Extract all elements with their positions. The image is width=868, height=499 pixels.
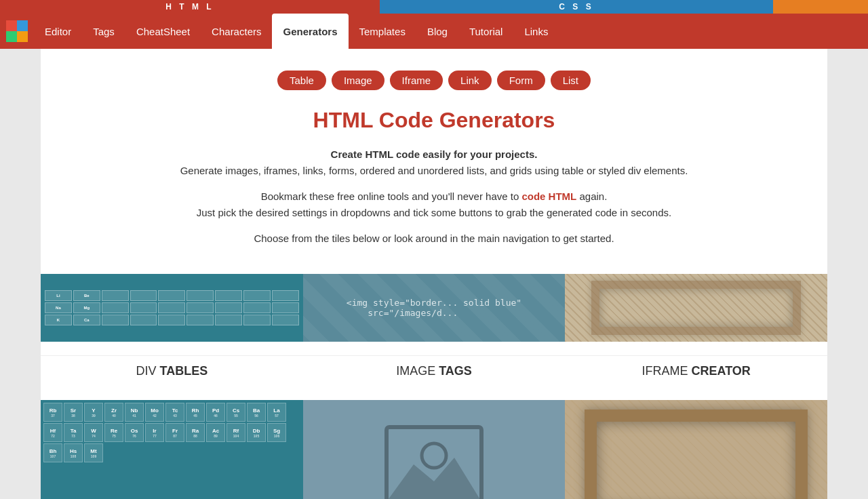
div-tables-label: DIV TABLES — [41, 355, 303, 386]
p-cell: Ca — [73, 315, 100, 325]
p-cell-sm: Rh45 — [186, 403, 205, 422]
tile-code-image: <img style="border... solid blue" src="/… — [303, 274, 566, 342]
hero-desc2: Bookmark these free online tools and you… — [54, 188, 814, 205]
nav-link-templates[interactable]: Templates — [349, 14, 416, 49]
periodic-grid-top: Li Be Na Mg — [41, 286, 303, 330]
top-bar: H T M L C S S — [0, 0, 868, 14]
periodic-bottom-grid: Rb37 Sr38 Y39 Zr40 Nb41 Mo42 Tc43 Rh45 P… — [41, 400, 303, 499]
p-cell-sm: Mt109 — [84, 443, 103, 462]
page-title: HTML Code Generators — [54, 108, 814, 133]
p-cell — [243, 315, 271, 325]
p-cell — [130, 290, 157, 301]
p-cell — [272, 290, 299, 301]
p-cell-sm: Sg106 — [267, 423, 286, 442]
p-cell-sm: Cs55 — [226, 403, 245, 422]
p-cell-sm: Ta73 — [64, 423, 83, 442]
p-cell-sm: Ba56 — [247, 403, 266, 422]
html-label: H T M L — [0, 0, 380, 14]
tile-image-tags-top[interactable]: <img style="border... solid blue" src="/… — [303, 274, 566, 342]
tile-image-tags-label[interactable]: IMAGE TAGS — [303, 355, 566, 386]
p-cell — [130, 302, 157, 313]
tiles-bottom: Rb37 Sr38 Y39 Zr40 Nb41 Mo42 Tc43 Rh45 P… — [41, 400, 827, 499]
nav-link-cheatsheet[interactable]: CheatSheet — [125, 14, 201, 49]
nav-link-tags[interactable]: Tags — [82, 14, 125, 49]
p-cell-sm: Os76 — [125, 423, 144, 442]
code-html-link[interactable]: code HTML — [521, 191, 576, 202]
css-label: C S S — [380, 0, 773, 14]
p-cell-sm: Ra88 — [186, 423, 205, 442]
svg-marker-6 — [387, 458, 481, 499]
link-pill[interactable]: Link — [448, 71, 492, 90]
p-cell-sm: Hs108 — [64, 443, 83, 462]
tile-labels: DIV TABLES IMAGE TAGS IFRAME CREATOR — [41, 355, 827, 386]
tile-div-tables-bottom[interactable]: Rb37 Sr38 Y39 Zr40 Nb41 Mo42 Tc43 Rh45 P… — [41, 400, 303, 499]
nav-link-tutorial[interactable]: Tutorial — [458, 14, 513, 49]
tile-iframe-creator-bottom[interactable] — [565, 400, 827, 499]
hero-desc3: Just pick the desired settings in dropdo… — [54, 205, 814, 221]
image-tags-label: IMAGE TAGS — [303, 355, 566, 386]
list-pill[interactable]: List — [551, 71, 591, 90]
main-wrapper: Table Image Iframe Link Form List HTML C… — [0, 49, 868, 499]
p-cell — [186, 315, 214, 325]
p-cell-sm: Rf104 — [226, 423, 245, 442]
svg-rect-1 — [17, 20, 28, 31]
main-nav: Editor Tags CheatSheet Characters Genera… — [0, 14, 868, 49]
tile-periodic-image: Li Be Na Mg — [41, 274, 303, 342]
frame-bg — [565, 274, 827, 342]
p-cell-sm: Ir77 — [145, 423, 164, 442]
p-cell: Na — [45, 302, 72, 313]
p-cell — [158, 290, 185, 301]
nav-link-generators[interactable]: Generators — [272, 14, 348, 49]
p-cell — [102, 302, 129, 313]
hero-subtitle: Create HTML code easily for your project… — [331, 148, 538, 160]
svg-rect-3 — [17, 31, 28, 42]
camera-tile-image — [303, 400, 566, 499]
tile-iframe-creator-top[interactable] — [565, 274, 827, 342]
p-cell — [158, 302, 185, 313]
p-cell — [215, 290, 242, 301]
iframe-pill[interactable]: Iframe — [390, 71, 443, 90]
nav-link-links[interactable]: Links — [513, 14, 559, 49]
p-cell — [186, 290, 214, 301]
p-cell-sm: Bh107 — [43, 443, 62, 462]
hero-desc1: Generate images, iframes, links, forms, … — [54, 163, 814, 179]
p-cell-sm: Y39 — [84, 403, 103, 422]
p-cell-sm: W74 — [84, 423, 103, 442]
p-cell-sm: Re75 — [104, 423, 123, 442]
p-cell — [130, 315, 157, 325]
p-cell-sm: Pd46 — [206, 403, 225, 422]
frame-bottom-inner — [585, 410, 808, 499]
p-cell-sm: Hf72 — [43, 423, 62, 442]
top-bar-extra — [773, 0, 868, 14]
p-cell — [272, 302, 299, 313]
nav-logo[interactable] — [0, 20, 34, 42]
content-area: Table Image Iframe Link Form List HTML C… — [41, 49, 827, 499]
frame-bottom-tile — [565, 400, 827, 499]
table-pill[interactable]: Table — [277, 71, 326, 90]
tile-image-tags-bottom[interactable] — [303, 400, 566, 499]
p-cell: Mg — [73, 302, 100, 313]
tile-iframe-creator-label[interactable]: IFRAME CREATOR — [565, 355, 827, 386]
p-cell: K — [45, 315, 72, 325]
svg-point-5 — [422, 443, 446, 468]
html-logo-icon — [6, 20, 28, 42]
nav-link-characters[interactable]: Characters — [201, 14, 272, 49]
tile-div-tables-top[interactable]: Li Be Na Mg — [41, 274, 303, 342]
tile-div-tables-label[interactable]: DIV TABLES — [41, 355, 303, 386]
pills-bar: Table Image Iframe Link Form List — [41, 62, 827, 101]
p-cell-sm: La57 — [267, 403, 286, 422]
p-cell — [272, 315, 299, 325]
image-pill[interactable]: Image — [332, 71, 384, 90]
p-cell — [158, 315, 185, 325]
p-cell — [215, 315, 242, 325]
form-pill[interactable]: Form — [497, 71, 545, 90]
camera-tile-bg — [303, 400, 566, 499]
tiles-top: Li Be Na Mg — [41, 274, 827, 342]
frame-bottom-bg — [565, 400, 827, 499]
nav-link-editor[interactable]: Editor — [34, 14, 82, 49]
code-snippet-text: <img style="border... solid blue" src="/… — [347, 298, 521, 318]
nav-link-blog[interactable]: Blog — [416, 14, 458, 49]
p-cell — [102, 315, 129, 325]
p-cell — [102, 290, 129, 301]
p-cell: Be — [73, 290, 100, 301]
